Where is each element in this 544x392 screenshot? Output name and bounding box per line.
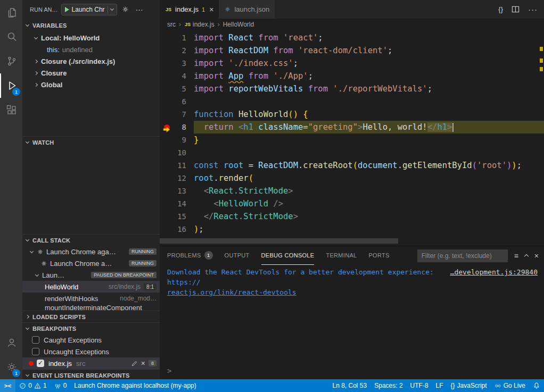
gutter-line-10[interactable]: 10 — [160, 146, 194, 159]
more-actions-icon[interactable]: ··· — [528, 5, 538, 14]
gutter-line-16[interactable]: 16 — [160, 223, 194, 236]
code-line-4[interactable]: import App from './App'; — [194, 70, 544, 82]
code-line-5[interactable]: import reportWebVitals from './reportWeb… — [194, 82, 544, 95]
tab-output[interactable]: OUTPUT — [225, 246, 250, 265]
horizontal-scrollbar[interactable] — [160, 238, 398, 244]
code-line-11[interactable]: const root = ReactDOM.createRoot(documen… — [194, 159, 544, 172]
tab-indexjs[interactable]: JS index.js 1 × — [160, 0, 219, 19]
edit-breakpoint-icon[interactable] — [131, 360, 138, 367]
gutter-line-14[interactable]: 14 — [160, 197, 194, 210]
code-line-9[interactable]: } — [194, 134, 544, 146]
code-line-2[interactable]: import ReactDOM from 'react-dom/client'; — [194, 44, 544, 57]
close-icon[interactable]: × — [209, 5, 213, 14]
tab-terminal[interactable]: TERMINAL — [326, 246, 357, 265]
split-editor-icon[interactable] — [512, 5, 520, 13]
call-stack-session-3[interactable]: Laun… PAUSED ON BREAKPOINT — [22, 269, 160, 281]
activity-search[interactable] — [0, 24, 22, 49]
configure-gear-icon[interactable] — [120, 4, 131, 15]
activity-extensions[interactable] — [0, 98, 22, 122]
tab-launchjson[interactable]: launch.json — [219, 0, 275, 19]
launch-config-dropdown[interactable]: Launch Chr — [61, 4, 117, 15]
code-line-12[interactable]: root.render( — [194, 172, 544, 185]
encoding[interactable]: UTF-8 — [407, 379, 432, 392]
variables-scope-global[interactable]: Global — [22, 79, 160, 90]
section-variables[interactable]: VARIABLES — [22, 19, 160, 32]
console-url-link[interactable]: reactjs.org/link/react-devtools — [167, 287, 296, 297]
stack-frame-renderwithhooks[interactable]: renderWithHooks node_mod… — [22, 293, 160, 304]
breadcrumb-symbol[interactable]: HelloWorld — [223, 21, 254, 28]
notifications-bell-icon[interactable] — [529, 379, 544, 392]
stack-frame-mountindeterminate[interactable]: mountIndeterminateComponent — [22, 304, 160, 311]
tab-debug-console[interactable]: DEBUG CONSOLE — [261, 246, 315, 265]
cursor-position[interactable]: Ln 8, Col 53 — [328, 379, 370, 392]
gutter-line-2[interactable]: 2 — [160, 44, 194, 57]
code-editor[interactable]: 12345678910111213141516 import React fro… — [160, 30, 544, 246]
more-actions-icon[interactable]: ··· — [134, 4, 145, 15]
gutter-line-3[interactable]: 3 — [160, 57, 194, 70]
section-breakpoints[interactable]: BREAKPOINTS — [22, 322, 160, 334]
section-event-listener-breakpoints[interactable]: EVENT LISTENER BREAKPOINTS — [22, 369, 160, 379]
console-source-link[interactable]: …development.js:29840 — [450, 267, 538, 287]
stack-frame-helloworld[interactable]: HelloWorld src/index.js 8:1 — [22, 281, 160, 293]
code-line-1[interactable]: import React from 'react'; — [194, 31, 544, 44]
breakpoint-indexjs[interactable]: index.js src × 8 — [22, 357, 160, 369]
activity-settings[interactable]: 1 — [0, 355, 22, 379]
section-call-stack[interactable]: CALL STACK — [22, 234, 160, 246]
gutter-line-4[interactable]: 4 — [160, 70, 194, 82]
breakpoint-uncaught-exceptions[interactable]: Uncaught Exceptions — [22, 346, 160, 357]
filter-icon[interactable]: ≡ — [514, 252, 518, 260]
gutter-line-15[interactable]: 15 — [160, 210, 194, 223]
gutter-line-5[interactable]: 5 — [160, 82, 194, 95]
braces-icon[interactable]: {} — [498, 5, 503, 13]
gutter-line-11[interactable]: 11 — [160, 159, 194, 172]
go-live[interactable]: Go Live — [491, 379, 529, 392]
gutter-line-8[interactable]: 8 — [160, 121, 194, 134]
code-line-6[interactable] — [194, 95, 544, 108]
breadcrumb-src[interactable]: src — [167, 21, 176, 28]
gutter-line-9[interactable]: 9 — [160, 134, 194, 146]
problems-status[interactable]: 0 1 — [15, 379, 50, 392]
language-mode[interactable]: {} JavaScript — [447, 379, 491, 392]
code-line-16[interactable]: ); — [194, 223, 544, 236]
activity-source-control[interactable] — [0, 49, 22, 73]
tab-ports[interactable]: PORTS — [368, 246, 389, 265]
variables-scope-closure[interactable]: Closure — [22, 67, 160, 79]
code-line-7[interactable]: function HelloWorld() { — [194, 108, 544, 121]
start-debug-icon[interactable] — [65, 7, 69, 12]
code-line-10[interactable] — [194, 146, 544, 159]
activity-explorer[interactable] — [0, 0, 22, 24]
code-line-8[interactable]: return <h1 className="greeting">Hello, w… — [194, 121, 544, 134]
debug-status[interactable]: Launch Chrome against localhost (my-app) — [70, 379, 200, 392]
variables-scope-local[interactable]: Local: HelloWorld — [22, 32, 160, 44]
activity-run-debug[interactable]: 1 — [0, 73, 22, 98]
section-loaded-scripts[interactable]: LOADED SCRIPTS — [22, 311, 160, 322]
gutter-line-7[interactable]: 7 — [160, 108, 194, 121]
checkbox-checked[interactable] — [37, 360, 44, 367]
call-stack-session-1[interactable]: Launch Chrome aga… RUNNING — [22, 246, 160, 257]
console-input-prompt[interactable]: > — [167, 366, 171, 375]
eol-selector[interactable]: LF — [432, 379, 447, 392]
remove-breakpoint-icon[interactable]: × — [141, 360, 145, 367]
variable-this[interactable]: this: undefined — [22, 44, 160, 55]
activity-accounts[interactable] — [0, 330, 22, 355]
checkbox-unchecked[interactable] — [32, 336, 39, 344]
console-filter-input[interactable] — [417, 249, 508, 262]
checkbox-unchecked[interactable] — [32, 348, 39, 355]
gutter-line-13[interactable]: 13 — [160, 185, 194, 197]
breadcrumb-file[interactable]: index.js — [193, 21, 215, 28]
call-stack-session-2[interactable]: Launch Chrome a… RUNNING — [22, 257, 160, 269]
indentation[interactable]: Spaces: 2 — [370, 379, 406, 392]
gutter-line-6[interactable]: 6 — [160, 95, 194, 108]
gutter-line-12[interactable]: 12 — [160, 172, 194, 185]
code-line-15[interactable]: </React.StrictMode> — [194, 210, 544, 223]
tab-problems[interactable]: PROBLEMS 1 — [167, 246, 213, 265]
breakpoint-caught-exceptions[interactable]: Caught Exceptions — [22, 334, 160, 346]
code-line-14[interactable]: <HelloWorld /> — [194, 197, 544, 210]
variables-scope-closure-src[interactable]: Closure (./src/index.js) — [22, 55, 160, 67]
remote-indicator[interactable]: >< — [0, 379, 15, 392]
maximize-panel-icon[interactable] — [525, 253, 528, 258]
code-line-3[interactable]: import './index.css'; — [194, 57, 544, 70]
section-watch[interactable]: WATCH — [22, 136, 160, 148]
ports-status[interactable]: 0 — [51, 379, 71, 392]
code-line-13[interactable]: <React.StrictMode> — [194, 185, 544, 197]
